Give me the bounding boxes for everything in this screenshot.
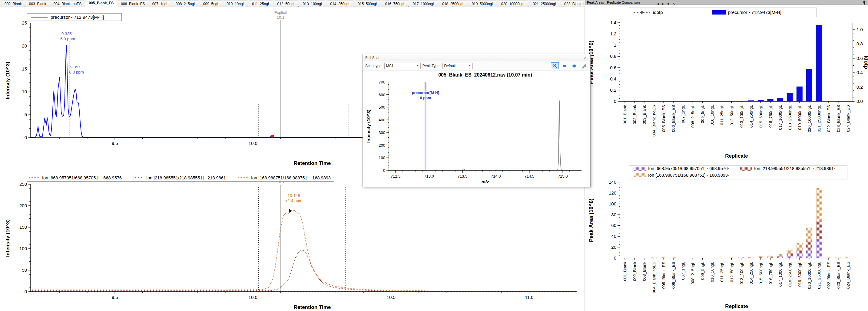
svg-text:1.0: 1.0 (857, 27, 863, 32)
svg-text:013_100ngL: 013_100ngL (739, 105, 744, 128)
svg-text:022_Blank_ES: 022_Blank_ES (827, 105, 831, 132)
svg-text:10: 10 (22, 89, 27, 94)
previous-scan-button[interactable] (561, 62, 568, 69)
tab-020_10000ngL[interactable]: 020_10000ngL (497, 1, 530, 7)
properties-button[interactable] (580, 62, 588, 69)
svg-text:Intensity (10^3): Intensity (10^3) (5, 62, 10, 99)
svg-text:005_Blank_ES: 005_Blank_ES (661, 105, 666, 132)
svg-text:024_Blank_ES: 024_Blank_ES (846, 105, 850, 132)
svg-text:007_1ngL: 007_1ngL (681, 262, 685, 280)
svg-text:9.5: 9.5 (112, 295, 118, 300)
svg-text:015_500ngL: 015_500ngL (759, 262, 763, 285)
full-scan-spectrum[interactable]: precursor[M-H]0 ppm712.5713.0713.5714.07… (363, 70, 590, 186)
svg-text:714.0: 714.0 (491, 174, 501, 178)
tab-003_Blank[interactable]: 003_Blank (25, 1, 51, 7)
svg-text:013_100ngL: 013_100ngL (739, 262, 744, 285)
zoom-to-selection-button[interactable] (551, 62, 559, 69)
svg-text:016_750ngL: 016_750ngL (768, 262, 773, 285)
full-scan-title: Full Scan (365, 56, 380, 60)
svg-text:0.0: 0.0 (857, 99, 863, 104)
tab-006_Blank_ES[interactable]: 006_Blank_ES (116, 1, 149, 7)
tab-004_Blank_noES[interactable]: 004_Blank_noES (49, 1, 86, 7)
svg-text:precursor - 712.9473[M-H]: precursor - 712.9473[M-H] (728, 10, 781, 15)
scan-type-select[interactable]: MS1 ▼ (384, 63, 421, 69)
next-scan-button[interactable] (570, 62, 578, 69)
svg-text:006_Blank_ES: 006_Blank_ES (671, 262, 676, 288)
scan-type-value: MS1 (386, 64, 394, 68)
tab-009_5ngL[interactable]: 009_5ngL (199, 1, 224, 7)
svg-text:005_Blank_ES_20240612.raw (10: 005_Blank_ES_20240612.raw (10.07 min) (438, 72, 532, 77)
svg-text:Retention Time: Retention Time (294, 304, 331, 310)
tab-005_Blank_ES[interactable]: 005_Blank_ES (84, 0, 118, 7)
tab-scroll-left-button[interactable]: ◀ (657, 2, 659, 6)
transition-chromatogram-panel: Explicit10.110.148+1.4 ppm9.510.010.511.… (0, 169, 584, 311)
svg-text:021_25000ngL: 021_25000ngL (817, 262, 822, 289)
tab-017_1000ngL[interactable]: 017_1000ngL (408, 1, 439, 7)
tab-015_500ngL[interactable]: 015_500ngL (353, 1, 382, 7)
svg-text:008_2_5ngL: 008_2_5ngL (690, 262, 695, 285)
tab-012_50ngL[interactable]: 012_50ngL (273, 1, 300, 7)
svg-text:004_Blank_noES: 004_Blank_noES (652, 262, 656, 293)
peak-areas-top-chart[interactable]: 00.20.40.60.811.21.40.00.20.40.60.81.000… (585, 5, 868, 163)
svg-text:200: 200 (20, 203, 27, 208)
svg-text:precursor[M-H]: precursor[M-H] (412, 91, 439, 95)
tab-021_25000ngL[interactable]: 021_25000ngL (528, 1, 561, 7)
svg-text:022_Blank_ES: 022_Blank_ES (827, 262, 831, 288)
svg-text:005_Blank_ES: 005_Blank_ES (661, 262, 666, 288)
svg-text:9.325: 9.325 (61, 31, 72, 36)
svg-text:1.2: 1.2 (610, 31, 616, 36)
svg-text:001_Blank: 001_Blank (623, 262, 627, 281)
svg-text:713.5: 713.5 (458, 174, 468, 178)
peak-type-select[interactable]: Default ▼ (442, 63, 473, 69)
svg-text:15: 15 (22, 66, 27, 71)
arrow-right-icon (571, 63, 577, 69)
tab-008_2_5ngL[interactable]: 008_2_5ngL (171, 1, 200, 7)
tab-close-button[interactable]: ✕ (672, 2, 675, 6)
pin-icon[interactable] (863, 0, 866, 4)
svg-text:011_25ngL: 011_25ngL (720, 105, 724, 125)
full-scan-titlebar[interactable]: Full Scan ✕ (363, 54, 590, 61)
svg-text:0: 0 (383, 168, 385, 173)
svg-text:012_50ngL: 012_50ngL (730, 105, 734, 126)
tab-002_Blank[interactable]: 002_Blank (0, 1, 26, 7)
close-icon[interactable]: ✕ (582, 56, 588, 60)
svg-text:014_250ngL: 014_250ngL (749, 105, 753, 128)
svg-text:018_2500ngL: 018_2500ngL (788, 105, 792, 130)
chromatogram-transitions[interactable]: Explicit10.110.148+1.4 ppm9.510.010.511.… (0, 169, 584, 311)
tab-011_25ngL[interactable]: 011_25ngL (247, 1, 274, 7)
svg-text:+5.3 ppm: +5.3 ppm (58, 37, 75, 41)
svg-text:250: 250 (20, 181, 27, 187)
svg-text:10.148: 10.148 (288, 193, 300, 198)
svg-text:Explicit: Explicit (274, 10, 287, 15)
svg-text:400: 400 (379, 118, 385, 122)
tab-013_100ngL[interactable]: 013_100ngL (298, 1, 328, 7)
svg-text:+1.4 ppm: +1.4 ppm (285, 199, 303, 203)
peak-areas-titlebar[interactable]: Peak Areas - Replicate Comparison (585, 0, 868, 5)
tab-014_250ngL[interactable]: 014_250ngL (326, 1, 355, 7)
svg-text:9.5: 9.5 (112, 141, 118, 146)
tab-010_10ngL[interactable]: 010_10ngL (222, 1, 249, 7)
tab-018_2500ngL[interactable]: 018_2500ngL (438, 1, 469, 7)
peak-areas-bottom-chart[interactable]: 020406080100120140001_Blank002_Blank003_… (585, 163, 868, 311)
svg-text:+6.3 ppm: +6.3 ppm (67, 70, 84, 74)
skyline-window: 002_Blank003_Blank004_Blank_noES005_Blan… (0, 0, 868, 311)
svg-text:021_25000ngL: 021_25000ngL (817, 105, 822, 133)
svg-text:Ion [668.957051/668.957051] -: Ion [668.957051/668.957051] - 668.9576- (648, 166, 729, 171)
tab-scroll-right-button[interactable]: ▶ (662, 2, 664, 6)
tab-container: 002_Blank003_Blank004_Blank_noES005_Blan… (0, 0, 654, 7)
tab-016_750ngL[interactable]: 016_750ngL (381, 1, 410, 7)
tab-019_5000ngL[interactable]: 019_5000ngL (467, 1, 498, 7)
svg-text:100: 100 (20, 246, 27, 251)
svg-text:20: 20 (22, 43, 27, 48)
svg-text:Ion [168.988751/168.988751] -: Ion [168.988751/168.988751] - 168.9893- (251, 175, 332, 180)
svg-text:0: 0 (25, 289, 27, 294)
tab-007_1ngL[interactable]: 007_1ngL (148, 1, 173, 7)
svg-text:100: 100 (379, 156, 385, 160)
svg-text:0.4: 0.4 (610, 76, 616, 81)
svg-text:Intensity (10^3): Intensity (10^3) (366, 109, 371, 143)
svg-text:100: 100 (609, 201, 616, 206)
full-scan-window: Full Scan ✕ Scan type: MS1 ▼ Peak Type: … (363, 54, 591, 187)
tab-list-button[interactable]: ▼ (666, 2, 670, 6)
svg-text:009_5ngL: 009_5ngL (700, 262, 705, 280)
svg-text:40: 40 (611, 234, 616, 239)
